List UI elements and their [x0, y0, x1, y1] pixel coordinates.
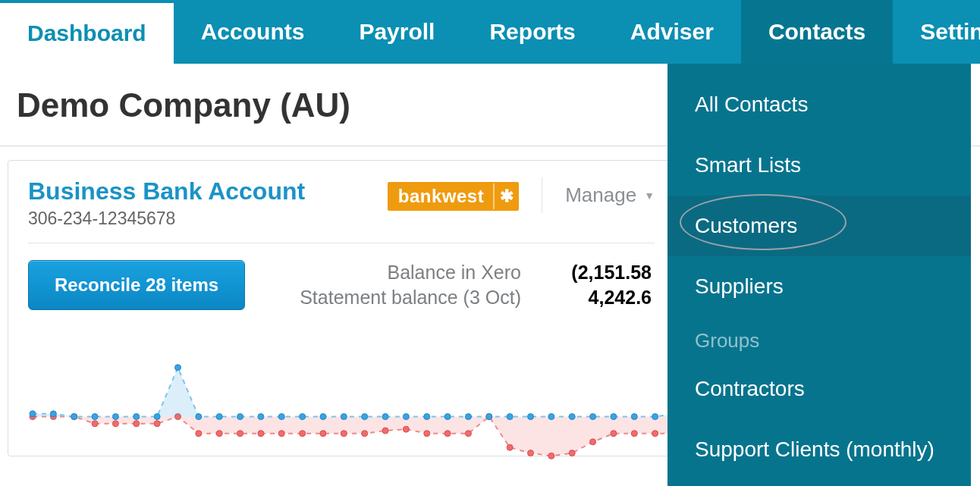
manage-dropdown[interactable]: Manage ▼ [542, 177, 655, 213]
svg-point-48 [320, 414, 326, 420]
svg-point-42 [196, 414, 202, 420]
contacts-dropdown: All Contacts Smart Lists Customers Suppl… [667, 64, 971, 486]
balance-xero-label: Balance in Xero [263, 262, 521, 284]
nav-tab-settings[interactable]: Settings [893, 0, 980, 64]
svg-point-28 [590, 439, 596, 445]
svg-point-27 [569, 450, 575, 456]
svg-point-10 [216, 431, 222, 437]
svg-point-54 [444, 414, 451, 420]
svg-point-14 [300, 431, 306, 437]
svg-point-34 [30, 411, 36, 417]
chevron-down-icon: ▼ [644, 190, 655, 202]
bank-logo-text: bankwest [398, 186, 484, 207]
dropdown-item-all-contacts[interactable]: All Contacts [667, 74, 971, 135]
svg-point-12 [258, 431, 264, 437]
svg-point-35 [50, 411, 56, 417]
svg-point-58 [528, 414, 534, 420]
balance-xero-value: (2,151.58 [545, 262, 652, 284]
reconcile-button[interactable]: Reconcile 28 items [28, 260, 245, 310]
svg-point-47 [300, 414, 306, 420]
svg-point-21 [444, 431, 451, 437]
dropdown-item-customers[interactable]: Customers [667, 196, 971, 256]
balance-chart [28, 319, 655, 456]
svg-point-41 [174, 365, 181, 371]
manage-label: Manage [565, 183, 636, 207]
nav-tab-accounts[interactable]: Accounts [174, 0, 332, 64]
balances-row: Reconcile 28 items Balance in Xero (2,15… [28, 243, 655, 319]
svg-point-60 [569, 414, 575, 420]
svg-point-24 [507, 444, 513, 450]
bank-logo-icon: ✱ [493, 183, 519, 209]
balance-row-statement: Statement balance (3 Oct) 4,242.6 [263, 285, 652, 310]
svg-point-50 [362, 414, 368, 420]
svg-point-63 [631, 414, 637, 420]
svg-point-22 [465, 431, 471, 437]
svg-point-64 [652, 414, 658, 420]
svg-point-39 [133, 414, 140, 420]
svg-point-59 [548, 414, 554, 420]
svg-point-11 [237, 431, 243, 437]
svg-point-52 [403, 414, 409, 420]
svg-point-26 [548, 453, 554, 459]
account-name-link[interactable]: Business Bank Account [28, 177, 388, 205]
svg-point-15 [320, 431, 326, 437]
dropdown-item-label: Customers [695, 214, 797, 237]
dropdown-item-contractors[interactable]: Contractors [667, 359, 971, 419]
svg-point-31 [652, 431, 658, 437]
nav-tab-reports[interactable]: Reports [462, 0, 602, 64]
nav-tab-contacts[interactable]: Contacts [741, 0, 893, 64]
balance-statement-label: Statement balance (3 Oct) [263, 287, 521, 309]
svg-point-17 [362, 431, 368, 437]
svg-point-7 [154, 421, 160, 427]
svg-point-55 [465, 414, 471, 420]
dropdown-item-support-clients[interactable]: Support Clients (monthly) [667, 419, 971, 480]
svg-point-61 [590, 414, 596, 420]
svg-point-62 [611, 414, 617, 420]
svg-point-43 [216, 414, 222, 420]
balance-statement-value: 4,242.6 [545, 287, 652, 309]
svg-point-45 [258, 414, 264, 420]
main-column: Business Bank Account 306-234-12345678 b… [0, 146, 683, 456]
svg-point-18 [382, 428, 388, 434]
svg-point-49 [341, 414, 347, 420]
bank-account-card: Business Bank Account 306-234-12345678 b… [8, 160, 675, 456]
svg-point-37 [92, 414, 98, 420]
svg-point-36 [71, 414, 77, 420]
svg-point-13 [278, 431, 284, 437]
dropdown-item-suppliers[interactable]: Suppliers [667, 256, 971, 317]
balance-row-xero: Balance in Xero (2,151.58 [263, 260, 652, 285]
svg-point-19 [403, 426, 409, 432]
top-nav: Dashboard Accounts Payroll Reports Advis… [0, 0, 980, 64]
account-number: 306-234-12345678 [28, 209, 388, 229]
nav-tab-payroll[interactable]: Payroll [331, 0, 462, 64]
svg-point-51 [382, 414, 388, 420]
svg-marker-0 [33, 417, 676, 456]
bank-logo: bankwest ✱ [388, 182, 519, 211]
svg-point-57 [507, 414, 513, 420]
svg-point-16 [341, 431, 347, 437]
svg-point-40 [154, 414, 160, 420]
svg-point-20 [424, 431, 430, 437]
svg-point-5 [112, 421, 118, 427]
nav-tab-adviser[interactable]: Adviser [603, 0, 741, 64]
card-header: Business Bank Account 306-234-12345678 b… [28, 177, 655, 243]
balance-chart-svg [28, 342, 680, 463]
svg-point-53 [424, 414, 430, 420]
svg-point-9 [196, 431, 202, 437]
svg-point-38 [112, 414, 118, 420]
svg-marker-33 [33, 368, 676, 417]
svg-point-46 [278, 414, 284, 420]
dropdown-item-smart-lists[interactable]: Smart Lists [667, 135, 971, 196]
svg-point-25 [528, 450, 534, 456]
balance-block: Balance in Xero (2,151.58 Statement bala… [263, 260, 655, 310]
svg-point-44 [237, 414, 243, 420]
svg-point-29 [611, 431, 617, 437]
svg-point-6 [133, 421, 140, 427]
svg-point-4 [92, 421, 98, 427]
account-info: Business Bank Account 306-234-12345678 [28, 177, 388, 229]
svg-point-30 [631, 431, 637, 437]
dropdown-section-groups: Groups [667, 317, 971, 359]
nav-tab-dashboard[interactable]: Dashboard [0, 0, 174, 64]
svg-point-56 [486, 414, 492, 420]
